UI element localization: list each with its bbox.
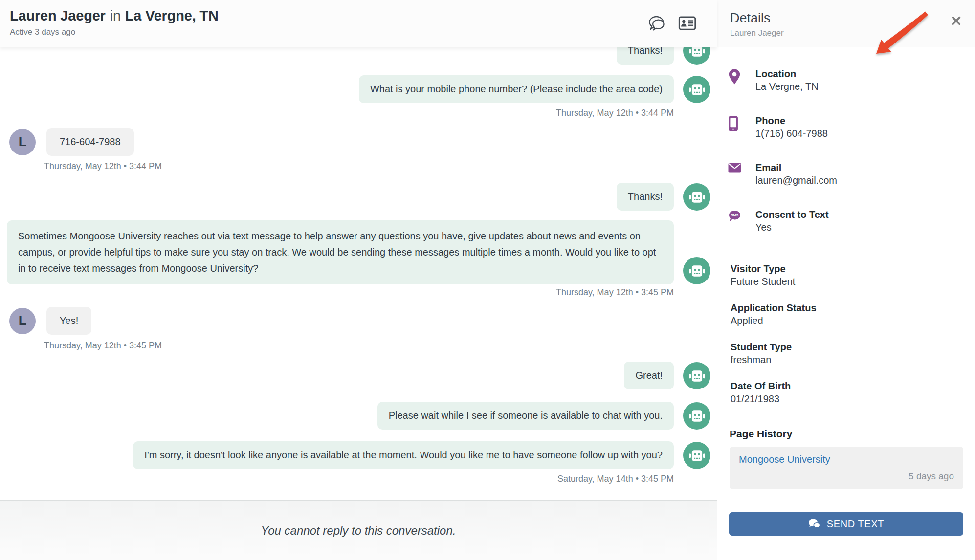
message-timestamp: Thursday, May 12th • 3:44 PM bbox=[0, 108, 717, 118]
field-phone: Phone 1(716) 604-7988 bbox=[728, 115, 963, 139]
field-label: Location bbox=[755, 68, 819, 80]
field-consent: SMS Consent to Text Yes bbox=[728, 209, 963, 233]
bot-message-bubble: Thanks! bbox=[617, 183, 674, 211]
app-window: Lauren JaegerinLa Vergne, TN Active 3 da… bbox=[0, 0, 975, 560]
close-icon[interactable] bbox=[951, 16, 961, 28]
field-label: Email bbox=[755, 162, 837, 173]
sms-bubble-icon: SMS bbox=[728, 209, 741, 233]
contact-location: La Vergne, TN bbox=[125, 8, 219, 23]
details-header: Details Lauren Jaeger bbox=[717, 0, 975, 47]
message-timestamp: Thursday, May 12th • 3:45 PM bbox=[0, 287, 717, 298]
chat-header-actions bbox=[647, 16, 696, 33]
message-timestamp: Saturday, May 14th • 3:45 PM bbox=[0, 474, 717, 484]
field-label: Student Type bbox=[731, 341, 963, 353]
field-email: Email lauren@gmail.com bbox=[728, 162, 963, 186]
message-row: Thanks! bbox=[0, 183, 717, 211]
bot-message-bubble: What is your mobile phone number? (Pleas… bbox=[359, 75, 674, 103]
bot-message-bubble: Please wait while I see if someone is av… bbox=[377, 402, 674, 430]
message-timestamp: Thursday, May 12th • 3:44 PM bbox=[0, 161, 717, 172]
chat-pane: Lauren JaegerinLa Vergne, TN Active 3 da… bbox=[0, 0, 717, 560]
field-value: La Vergne, TN bbox=[755, 81, 819, 92]
field-value: lauren@gmail.com bbox=[755, 174, 837, 186]
bot-avatar bbox=[683, 257, 710, 284]
user-avatar: L bbox=[9, 308, 36, 334]
cannot-reply-note: You cannot reply to this conversation. bbox=[261, 524, 456, 538]
comments-icon[interactable] bbox=[647, 16, 666, 33]
robot-icon bbox=[689, 190, 705, 204]
robot-icon bbox=[689, 264, 705, 278]
page-history-section: Page History Mongoose University 5 days … bbox=[717, 415, 975, 500]
bot-message-bubble: Great! bbox=[624, 362, 674, 389]
send-text-comments-icon bbox=[808, 519, 820, 529]
field-value: freshman bbox=[731, 354, 963, 366]
attributes-section: Visitor Type Future Student Application … bbox=[717, 246, 975, 415]
message-row: Thanks! bbox=[0, 47, 717, 65]
page-history-title: Page History bbox=[730, 428, 963, 440]
field-student-type: Student Type freshman bbox=[731, 341, 963, 366]
bot-message-bubble: I'm sorry, it doesn't look like anyone i… bbox=[133, 441, 674, 469]
robot-icon bbox=[689, 83, 705, 97]
user-message-bubble: Yes! bbox=[46, 307, 91, 335]
contact-fields-section: Location La Vergne, TN Phone 1(716) 604-… bbox=[717, 47, 975, 246]
robot-icon bbox=[689, 47, 705, 58]
bot-avatar bbox=[683, 76, 710, 103]
location-pin-icon bbox=[728, 68, 741, 92]
send-text-button[interactable]: SEND TEXT bbox=[729, 512, 963, 536]
chat-header-text: Lauren JaegerinLa Vergne, TN Active 3 da… bbox=[10, 8, 219, 37]
field-date-of-birth: Date Of Birth 01/21/1983 bbox=[731, 380, 963, 405]
details-title: Details bbox=[730, 11, 962, 26]
bot-message-bubble: Thanks! bbox=[617, 47, 674, 65]
message-row: What is your mobile phone number? (Pleas… bbox=[0, 75, 717, 103]
send-text-label: SEND TEXT bbox=[827, 518, 884, 530]
field-value: 01/21/1983 bbox=[731, 393, 963, 405]
bot-avatar bbox=[683, 47, 710, 65]
title-connector: in bbox=[110, 8, 121, 23]
robot-icon bbox=[689, 409, 705, 423]
address-card-icon[interactable] bbox=[678, 16, 696, 33]
page-history-item[interactable]: Mongoose University 5 days ago bbox=[730, 447, 963, 489]
send-text-wrap: SEND TEXT bbox=[717, 500, 975, 536]
user-message-bubble: 716-604-7988 bbox=[46, 128, 134, 156]
details-subtitle: Lauren Jaeger bbox=[730, 28, 962, 38]
bot-avatar bbox=[683, 362, 710, 389]
message-timestamp: Thursday, May 12th • 3:45 PM bbox=[0, 341, 717, 351]
svg-text:SMS: SMS bbox=[731, 214, 739, 217]
field-label: Phone bbox=[755, 115, 828, 127]
active-status: Active 3 days ago bbox=[10, 27, 219, 37]
chat-header: Lauren JaegerinLa Vergne, TN Active 3 da… bbox=[0, 0, 717, 47]
page-title: Lauren JaegerinLa Vergne, TN bbox=[10, 8, 219, 24]
field-label: Application Status bbox=[731, 302, 963, 314]
robot-icon bbox=[689, 449, 705, 463]
bot-message-bubble: Sometimes Mongoose University reaches ou… bbox=[7, 220, 674, 284]
robot-icon bbox=[689, 369, 705, 383]
field-location: Location La Vergne, TN bbox=[728, 68, 963, 92]
page-history-link[interactable]: Mongoose University bbox=[739, 454, 954, 465]
field-application-status: Application Status Applied bbox=[731, 302, 963, 326]
bot-avatar bbox=[683, 402, 710, 430]
mobile-phone-icon bbox=[728, 115, 741, 139]
field-value: Future Student bbox=[731, 276, 963, 287]
field-value: 1(716) 604-7988 bbox=[755, 128, 828, 139]
message-row: Sometimes Mongoose University reaches ou… bbox=[0, 220, 717, 284]
message-row: L 716-604-7988 bbox=[0, 128, 717, 156]
details-panel: Details Lauren Jaeger Location La Vergne… bbox=[717, 0, 975, 560]
bot-avatar bbox=[683, 442, 710, 469]
message-row: I'm sorry, it doesn't look like anyone i… bbox=[0, 441, 717, 469]
message-row: Great! bbox=[0, 362, 717, 389]
field-label: Date Of Birth bbox=[731, 380, 963, 392]
page-history-time: 5 days ago bbox=[739, 471, 954, 482]
chat-footer: You cannot reply to this conversation. bbox=[0, 500, 717, 560]
message-row: Please wait while I see if someone is av… bbox=[0, 402, 717, 430]
message-list: Thanks! What is your mobile phone bbox=[0, 47, 717, 500]
bot-avatar bbox=[683, 183, 710, 211]
field-label: Visitor Type bbox=[731, 263, 963, 275]
field-value: Yes bbox=[755, 221, 829, 233]
field-label: Consent to Text bbox=[755, 209, 829, 220]
field-visitor-type: Visitor Type Future Student bbox=[731, 263, 963, 287]
envelope-icon bbox=[728, 162, 741, 186]
contact-name: Lauren Jaeger bbox=[10, 8, 106, 23]
field-value: Applied bbox=[731, 315, 963, 326]
user-avatar: L bbox=[9, 129, 36, 155]
message-row: L Yes! bbox=[0, 307, 717, 335]
